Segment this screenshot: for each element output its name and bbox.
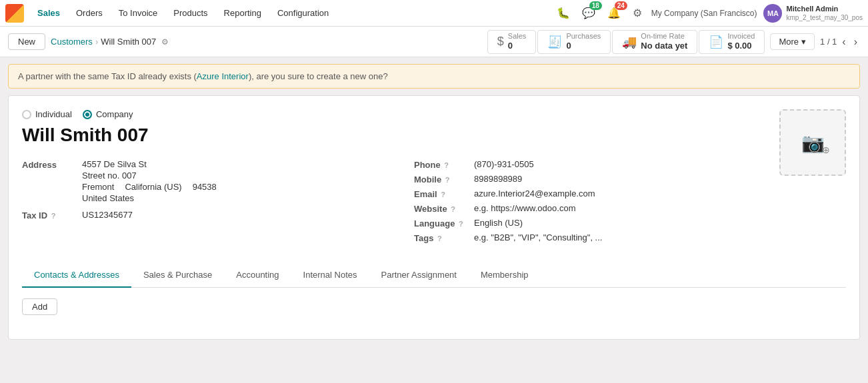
invoiced-value: $ 0.00 [727,41,755,51]
more-button[interactable]: More ▾ [770,33,815,50]
tags-value[interactable]: e.g. "B2B", "VIP", "Consulting", ... [474,232,602,242]
tax-id-value[interactable]: US12345677 [82,210,133,220]
company-type-selector: Individual Company [22,109,779,119]
email-value[interactable]: azure.Interior24@example.com [474,189,595,198]
address-zip[interactable]: 94538 [193,182,217,192]
top-navigation: Sales Orders To Invoice Products Reporti… [0,0,868,27]
camera-icon: 📷⊕ [801,132,825,154]
smart-btn-invoiced[interactable]: 📄 Invoiced $ 0.00 [699,30,765,54]
phone-field: Phone ? (870)-931-0505 [414,159,779,170]
address-city[interactable]: Fremont [82,182,114,192]
new-button[interactable]: New [8,33,45,50]
company-selector[interactable]: My Company (San Francisco) [651,9,757,18]
invoiced-label: Invoiced [727,32,755,41]
language-help-icon[interactable]: ? [459,220,463,228]
tags-label: Tags ? [414,232,474,243]
next-page-button[interactable]: › [851,35,860,49]
email-help-icon[interactable]: ? [441,191,445,198]
mobile-label: Mobile ? [414,174,474,185]
phone-value[interactable]: (870)-931-0505 [474,159,534,169]
tab-sales-purchase[interactable]: Sales & Purchase [131,263,224,288]
purchases-label: Purchases [566,32,601,41]
odoo-logo [5,4,24,23]
tax-id-label: Tax ID ? [22,210,82,220]
photo-upload[interactable]: 📷⊕ [779,109,846,176]
main-form: 📷⊕ Individual Company Will Smith 007 Add… [8,95,860,340]
smart-btn-sales[interactable]: $ Sales 0 [487,30,537,54]
mobile-value[interactable]: 8989898989 [474,174,522,184]
nav-products[interactable]: Products [167,5,214,21]
sales-value: 0 [508,41,527,51]
language-label: Language ? [414,218,474,228]
action-bar: New Customers › Will Smith 007 ⚙ $ Sales… [0,27,868,57]
discuss-icon[interactable]: 💬 18 [579,4,598,22]
tab-contacts-addresses[interactable]: Contacts & Addresses [22,263,131,288]
debug-icon[interactable]: 🐛 [554,4,573,22]
address-line2[interactable]: Street no. 007 [82,171,217,181]
company-radio[interactable]: Company [83,109,133,119]
phone-help-icon[interactable]: ? [444,161,449,169]
website-value[interactable]: e.g. https://www.odoo.com [474,203,575,213]
tab-accounting[interactable]: Accounting [224,263,291,288]
purchases-icon: 🧾 [547,35,562,49]
user-sub: kmp_2_test_may_30_pos [786,13,863,22]
tab-content: Add [22,288,846,326]
website-field: Website ? e.g. https://www.odoo.com [414,203,779,214]
invoice-icon: 📄 [709,35,723,49]
activity-icon[interactable]: 🔔 24 [605,4,623,22]
nav-sales[interactable]: Sales [31,5,67,21]
language-value[interactable]: English (US) [474,218,523,228]
address-line1[interactable]: 4557 De Silva St [82,159,217,169]
breadcrumb-customers[interactable]: Customers [51,37,93,47]
tags-help-icon[interactable]: ? [437,234,442,242]
sales-label: Sales [508,32,527,41]
address-country[interactable]: United States [82,193,217,203]
sales-icon: $ [497,35,504,49]
company-name-title[interactable]: Will Smith 007 [22,125,846,146]
tax-id-field: Tax ID ? US12345677 [22,210,387,220]
nav-reporting[interactable]: Reporting [217,5,268,21]
user-avatar: MA [763,4,782,23]
tab-partner-assignment[interactable]: Partner Assignment [369,263,469,288]
tags-field: Tags ? e.g. "B2B", "VIP", "Consulting", … [414,232,779,243]
pagination-text: 1 / 1 [820,37,837,47]
website-label: Website ? [414,203,474,214]
nav-orders[interactable]: Orders [69,5,109,21]
address-field: Address 4557 De Silva St Street no. 007 … [22,159,387,203]
individual-radio-circle [22,110,31,119]
smart-buttons: $ Sales 0 🧾 Purchases 0 🚚 On-time Rate N… [487,30,765,54]
email-field: Email ? azure.Interior24@example.com [414,189,779,199]
website-help-icon[interactable]: ? [451,205,455,213]
activity-badge: 24 [615,1,627,10]
address-label: Address [22,159,82,170]
tabs-bar: Contacts & Addresses Sales & Purchase Ac… [22,263,846,288]
prev-page-button[interactable]: ‹ [839,35,848,49]
individual-label: Individual [35,109,72,119]
nav-to-invoice[interactable]: To Invoice [112,5,165,21]
add-button[interactable]: Add [22,298,57,315]
nav-configuration[interactable]: Configuration [271,5,335,21]
warning-text-before: A partner with the same Tax ID already e… [18,71,197,81]
smart-btn-purchases[interactable]: 🧾 Purchases 0 [537,30,611,54]
tab-internal-notes[interactable]: Internal Notes [291,263,369,288]
mobile-help-icon[interactable]: ? [445,176,450,184]
company-name-text: My Company (San Francisco) [651,9,757,18]
settings-icon[interactable]: ⚙ [630,4,645,22]
company-label: Company [96,109,133,119]
azure-interior-link[interactable]: Azure Interior [197,71,249,81]
user-name: Mitchell Admin [786,4,863,13]
individual-radio[interactable]: Individual [22,109,72,119]
user-menu[interactable]: MA Mitchell Admin kmp_2_test_may_30_pos [763,4,863,23]
more-label: More [779,37,799,47]
phone-label: Phone ? [414,159,474,170]
breadcrumb-separator: › [95,37,98,47]
company-radio-circle [83,110,92,119]
smart-btn-ontime[interactable]: 🚚 On-time Rate No data yet [612,30,697,54]
tax-id-help-icon[interactable]: ? [51,212,56,220]
settings-gear-icon[interactable]: ⚙ [161,37,169,47]
mobile-field: Mobile ? 8989898989 [414,174,779,185]
address-state[interactable]: California (US) [125,182,181,192]
language-field: Language ? English (US) [414,218,779,228]
pagination: 1 / 1 ‹ › [820,35,860,49]
tab-membership[interactable]: Membership [469,263,541,288]
